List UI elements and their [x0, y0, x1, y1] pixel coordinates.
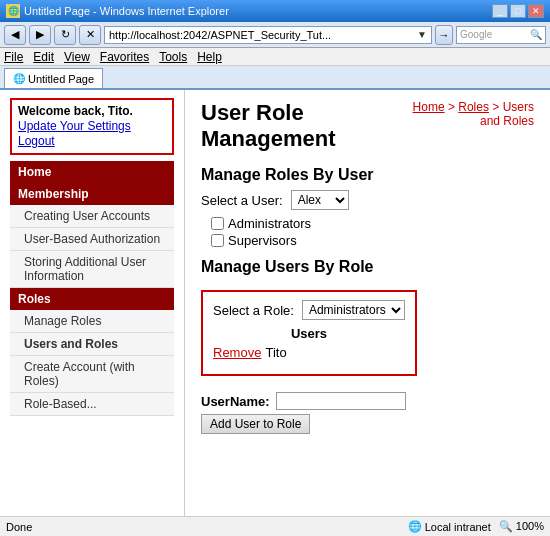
- status-text: Done: [6, 521, 398, 533]
- tab-icon: 🌐: [13, 73, 25, 84]
- breadcrumb-home[interactable]: Home: [413, 100, 445, 114]
- section2-title: Manage Users By Role: [201, 258, 534, 276]
- sidebar-item-user-based-auth[interactable]: User-Based Authorization: [10, 228, 174, 251]
- select-user-label: Select a User:: [201, 193, 283, 208]
- zone-label: Local intranet: [425, 521, 491, 533]
- checkbox-administrators[interactable]: [211, 217, 224, 230]
- menu-view[interactable]: View: [64, 50, 90, 64]
- checkbox-administrators-row: Administrators: [211, 216, 534, 231]
- users-table-header: Users: [213, 326, 405, 341]
- forward-button[interactable]: ▶: [29, 25, 51, 45]
- sidebar-nav: Home Membership Creating User Accounts U…: [10, 161, 174, 416]
- select-user-row: Select a User: Alex Bruce Tito: [201, 190, 534, 210]
- menu-edit[interactable]: Edit: [33, 50, 54, 64]
- tab-bar: 🌐 Untitled Page: [0, 66, 550, 90]
- menu-bar: File Edit View Favorites Tools Help: [0, 48, 550, 66]
- page-title: User Role Management: [201, 100, 393, 152]
- status-bar: Done 🌐 Local intranet 🔍 100%: [0, 516, 550, 536]
- add-user-to-role-button[interactable]: Add User to Role: [201, 414, 310, 434]
- select-role-row: Select a Role: Administrators Supervisor…: [213, 300, 405, 320]
- restore-button[interactable]: □: [510, 4, 526, 18]
- browser-icon: 🌐: [6, 4, 20, 18]
- zoom-level: 🔍 100%: [499, 520, 544, 533]
- users-table: Users Remove Tito: [213, 326, 405, 360]
- role-select[interactable]: Administrators Supervisors: [302, 300, 405, 320]
- status-right: 🌐 Local intranet 🔍 100%: [408, 520, 544, 533]
- user-greeting: Welcome back, Tito.: [18, 104, 166, 118]
- manage-users-by-role-box: Select a Role: Administrators Supervisor…: [201, 290, 417, 376]
- breadcrumb-sep2: >: [492, 100, 502, 114]
- back-button[interactable]: ◀: [4, 25, 26, 45]
- main-content: User Role Management Home > Roles > User…: [185, 90, 550, 516]
- address-bar[interactable]: http://localhost:2042/ASPNET_Security_Tu…: [104, 26, 432, 44]
- checkbox-supervisors-row: Supervisors: [211, 233, 534, 248]
- zoom-text: 100%: [516, 520, 544, 532]
- role-checkboxes: Administrators Supervisors: [211, 216, 534, 248]
- sidebar-item-creating-user-accounts[interactable]: Creating User Accounts: [10, 205, 174, 228]
- breadcrumb: Home > Roles > Users and Roles: [393, 100, 534, 128]
- sidebar-item-home[interactable]: Home: [10, 161, 174, 183]
- toolbar: ◀ ▶ ↻ ✕ http://localhost:2042/ASPNET_Sec…: [0, 22, 550, 48]
- tab-label: Untitled Page: [28, 73, 94, 85]
- breadcrumb-sep1: >: [448, 100, 458, 114]
- sidebar-item-users-and-roles[interactable]: Users and Roles: [10, 333, 174, 356]
- checkbox-supervisors-label: Supervisors: [228, 233, 297, 248]
- user-info-box: Welcome back, Tito. Update Your Settings…: [10, 98, 174, 155]
- status-zone: 🌐 Local intranet: [408, 520, 491, 533]
- title-bar: 🌐 Untitled Page - Windows Internet Explo…: [0, 0, 550, 22]
- sidebar-item-role-based[interactable]: Role-Based...: [10, 393, 174, 416]
- search-icon: 🔍: [530, 29, 542, 40]
- window-controls: _ □ ✕: [492, 4, 544, 18]
- sidebar-item-storing-user-info[interactable]: Storing Additional User Information: [10, 251, 174, 288]
- go-icon: ▼: [417, 29, 427, 40]
- stop-button[interactable]: ✕: [79, 25, 101, 45]
- menu-favorites[interactable]: Favorites: [100, 50, 149, 64]
- address-text: http://localhost:2042/ASPNET_Security_Tu…: [109, 29, 415, 41]
- address-go-button[interactable]: →: [435, 25, 453, 45]
- sidebar-item-membership[interactable]: Membership: [10, 183, 174, 205]
- select-role-label: Select a Role:: [213, 303, 294, 318]
- sidebar-item-create-account[interactable]: Create Account (with Roles): [10, 356, 174, 393]
- username-label: UserName:: [201, 394, 270, 409]
- breadcrumb-roles[interactable]: Roles: [458, 100, 489, 114]
- zoom-icon: 🔍: [499, 520, 513, 532]
- menu-help[interactable]: Help: [197, 50, 222, 64]
- username-input[interactable]: [276, 392, 406, 410]
- search-box[interactable]: Google 🔍: [456, 26, 546, 44]
- close-button[interactable]: ✕: [528, 4, 544, 18]
- username-row: UserName:: [201, 392, 534, 410]
- sidebar-item-roles[interactable]: Roles: [10, 288, 174, 310]
- user-select[interactable]: Alex Bruce Tito: [291, 190, 349, 210]
- menu-tools[interactable]: Tools: [159, 50, 187, 64]
- minimize-button[interactable]: _: [492, 4, 508, 18]
- sidebar: Welcome back, Tito. Update Your Settings…: [0, 90, 185, 516]
- page-content: Welcome back, Tito. Update Your Settings…: [0, 90, 550, 516]
- menu-file[interactable]: File: [4, 50, 23, 64]
- zone-icon: 🌐: [408, 520, 422, 533]
- checkbox-supervisors[interactable]: [211, 234, 224, 247]
- user-in-role-name: Tito: [265, 345, 286, 360]
- sidebar-item-manage-roles[interactable]: Manage Roles: [10, 310, 174, 333]
- breadcrumb-current: Users and Roles: [480, 100, 534, 128]
- window-title: Untitled Page - Windows Internet Explore…: [24, 5, 229, 17]
- remove-user-link[interactable]: Remove: [213, 345, 261, 360]
- table-row: Remove Tito: [213, 345, 405, 360]
- section1-title: Manage Roles By User: [201, 166, 534, 184]
- browser-tab[interactable]: 🌐 Untitled Page: [4, 68, 103, 88]
- logout-link[interactable]: Logout: [18, 134, 166, 148]
- refresh-button[interactable]: ↻: [54, 25, 76, 45]
- update-settings-link[interactable]: Update Your Settings: [18, 119, 166, 133]
- checkbox-administrators-label: Administrators: [228, 216, 311, 231]
- search-placeholder: Google: [460, 29, 530, 40]
